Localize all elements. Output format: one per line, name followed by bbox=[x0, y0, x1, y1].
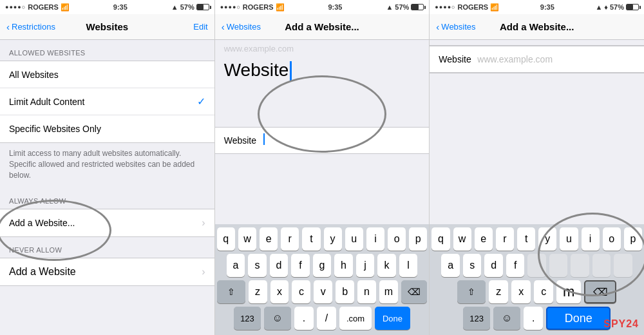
back-label-2[interactable]: Websites bbox=[227, 22, 261, 32]
key-row-3-3: ⇧ z x c m ⌫ bbox=[431, 280, 642, 303]
key-c-2[interactable]: c bbox=[292, 280, 310, 303]
key-done-2[interactable]: Done bbox=[375, 307, 410, 330]
row-all-websites[interactable]: All Websites bbox=[0, 61, 214, 88]
key-i-3[interactable]: i bbox=[582, 227, 600, 251]
carrier-1: ROGERS bbox=[28, 3, 59, 11]
key-v-2[interactable]: v bbox=[314, 280, 332, 303]
key-z-2[interactable]: z bbox=[249, 280, 267, 303]
key-z-3[interactable]: z bbox=[489, 280, 508, 303]
num-text: 24 bbox=[626, 318, 639, 329]
key-f-3[interactable]: f bbox=[506, 254, 525, 277]
key-p-2[interactable]: p bbox=[409, 227, 427, 251]
key-c-3[interactable]: c bbox=[534, 280, 553, 303]
key-n-2[interactable]: n bbox=[357, 280, 376, 303]
key-done-highlighted[interactable]: Done bbox=[546, 307, 611, 330]
key-t-3[interactable]: t bbox=[517, 227, 535, 251]
add-website-form-2: Website bbox=[215, 127, 430, 154]
row-specific-only[interactable]: Specific Websites Only bbox=[0, 115, 214, 142]
nav-bar-3: ‹ Websites Add a Website... bbox=[430, 14, 644, 40]
key-e-2[interactable]: e bbox=[260, 227, 278, 251]
key-x-3[interactable]: x bbox=[511, 280, 531, 303]
time-3: 9:35 bbox=[540, 3, 554, 11]
add-website-form-3: Website www.example.com bbox=[430, 46, 644, 73]
key-123-2[interactable]: 123 bbox=[234, 307, 261, 330]
key-j-3[interactable] bbox=[571, 254, 589, 277]
time-1: 9:35 bbox=[113, 3, 128, 11]
key-emoji-3[interactable]: ☺ bbox=[493, 307, 520, 330]
key-period-2[interactable]: . bbox=[294, 307, 314, 330]
key-u-3[interactable]: u bbox=[560, 227, 578, 251]
back-button-2[interactable]: ‹ Websites bbox=[222, 21, 261, 32]
key-w-3[interactable]: w bbox=[453, 227, 471, 251]
battery-icon-2 bbox=[411, 4, 424, 10]
key-i-2[interactable]: i bbox=[366, 227, 384, 251]
key-l-2[interactable]: l bbox=[399, 254, 418, 277]
form-area-2: Website bbox=[215, 127, 430, 154]
back-button-3[interactable]: ‹ Websites bbox=[436, 21, 475, 32]
key-o-2[interactable]: o bbox=[388, 227, 406, 251]
signal-2: ●●●●○ bbox=[220, 4, 241, 10]
key-s-3[interactable]: s bbox=[463, 254, 482, 277]
battery-pct-3: 57% bbox=[610, 3, 624, 11]
key-b-2[interactable]: b bbox=[336, 280, 354, 303]
key-m-highlighted[interactable]: m bbox=[556, 280, 581, 303]
back-chevron-2: ‹ bbox=[222, 21, 225, 32]
key-row-1-3: q w e r t y u i o p bbox=[431, 227, 642, 251]
key-a-2[interactable]: a bbox=[227, 254, 245, 277]
back-label-1[interactable]: Restrictions bbox=[12, 22, 55, 32]
key-g-2[interactable]: g bbox=[313, 254, 332, 277]
key-r-3[interactable]: r bbox=[496, 227, 514, 251]
input-cursor-2 bbox=[263, 133, 265, 145]
key-p-3[interactable]: p bbox=[624, 227, 642, 251]
key-u-2[interactable]: u bbox=[345, 227, 363, 251]
key-h-3[interactable] bbox=[549, 254, 568, 277]
key-l-3[interactable] bbox=[614, 254, 632, 277]
status-right-3: ▲ ♦ 57% bbox=[595, 3, 639, 11]
row-limit-adult[interactable]: Limit Adult Content ✓ bbox=[0, 88, 214, 115]
key-t-2[interactable]: t bbox=[302, 227, 320, 251]
key-slash-2[interactable]: / bbox=[317, 307, 336, 330]
key-123-3[interactable]: 123 bbox=[463, 307, 490, 330]
status-bar-2: ●●●●○ ROGERS 📶 9:35 ▲ 57% bbox=[215, 0, 430, 14]
nav-title-2: Add a Website... bbox=[285, 21, 359, 32]
key-delete-highlighted[interactable]: ⌫ bbox=[584, 280, 616, 303]
row-add-never[interactable]: Add a Website › bbox=[0, 258, 214, 285]
form-input-2[interactable] bbox=[263, 133, 421, 147]
key-y-3[interactable]: y bbox=[538, 227, 556, 251]
key-shift-2[interactable]: ⇧ bbox=[217, 280, 245, 303]
wifi-3: 📶 bbox=[490, 3, 499, 12]
key-e-3[interactable]: e bbox=[475, 227, 493, 251]
key-period-3[interactable]: . bbox=[524, 307, 543, 330]
key-q-3[interactable]: q bbox=[431, 227, 450, 251]
key-o-3[interactable]: o bbox=[603, 227, 621, 251]
key-k-2[interactable]: k bbox=[377, 254, 396, 277]
form-input-3[interactable]: www.example.com bbox=[477, 54, 635, 64]
key-a-3[interactable]: a bbox=[441, 254, 460, 277]
key-x-2[interactable]: x bbox=[270, 280, 289, 303]
wifi-2: 📶 bbox=[276, 3, 285, 12]
key-row-4-2: 123 ☺ . / .com Done bbox=[217, 307, 428, 330]
key-k-3[interactable] bbox=[592, 254, 611, 277]
key-d-3[interactable]: d bbox=[484, 254, 503, 277]
key-emoji-2[interactable]: ☺ bbox=[264, 307, 291, 330]
key-g-3[interactable] bbox=[527, 254, 546, 277]
key-s-2[interactable]: s bbox=[248, 254, 267, 277]
key-j-2[interactable]: j bbox=[356, 254, 375, 277]
key-com-2[interactable]: .com bbox=[339, 307, 372, 330]
key-y-2[interactable]: y bbox=[324, 227, 342, 251]
key-f-2[interactable]: f bbox=[291, 254, 310, 277]
carrier-2: ROGERS bbox=[243, 3, 274, 11]
key-m-2[interactable]: m bbox=[379, 280, 398, 303]
key-q-2[interactable]: q bbox=[217, 227, 235, 251]
key-h-2[interactable]: h bbox=[334, 254, 353, 277]
edit-button-1[interactable]: Edit bbox=[193, 22, 207, 32]
key-shift-3[interactable]: ⇧ bbox=[457, 280, 486, 303]
key-d-2[interactable]: d bbox=[270, 254, 289, 277]
key-w-2[interactable]: w bbox=[238, 227, 256, 251]
back-button-1[interactable]: ‹ Restrictions bbox=[6, 21, 55, 32]
key-delete-2[interactable]: ⌫ bbox=[401, 280, 427, 303]
row-add-always[interactable]: Add a Website... › bbox=[0, 209, 214, 236]
key-r-2[interactable]: r bbox=[281, 227, 299, 251]
back-label-3[interactable]: Websites bbox=[441, 22, 475, 32]
section-header-never: NEVER ALLOW bbox=[0, 237, 214, 258]
